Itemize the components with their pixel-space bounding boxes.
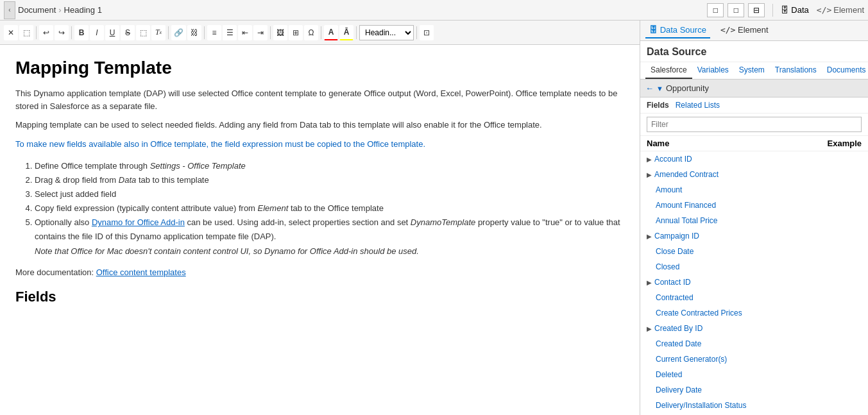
field-item[interactable]: Amount [640, 182, 868, 198]
fields-column-header: Name Example [640, 136, 868, 151]
view-icon-3[interactable]: ⊟ [748, 3, 765, 17]
opp-dropdown-arrow[interactable]: ▼ [656, 85, 663, 92]
step4-italic: Element [258, 203, 289, 213]
field-name-label: Closed [656, 261, 862, 273]
view-icon-2[interactable]: □ [728, 3, 744, 17]
template-icon-button[interactable]: ⊡ [420, 25, 434, 40]
field-name-label: Delivery/Installation Status [656, 400, 862, 411]
sep4 [204, 26, 205, 39]
underline-button[interactable]: U [105, 25, 119, 40]
intro-paragraph: This Dynamo application template (DAP) w… [15, 87, 624, 112]
office-templates-link[interactable]: Office content templates [96, 267, 186, 277]
cut-button[interactable]: ✕ [4, 25, 18, 40]
italic-button[interactable]: I [90, 25, 104, 40]
ds-tab-documents[interactable]: Documents [822, 62, 868, 79]
undo-button[interactable]: ↩ [39, 25, 53, 40]
redo-button[interactable]: ↪ [55, 25, 69, 40]
field-expand-arrow: ▶ [647, 278, 652, 287]
field-item[interactable]: ▶Amended Contract [640, 167, 868, 182]
field-expand-arrow: ▶ [647, 170, 652, 180]
field-item[interactable]: ▶Created By ID [640, 321, 868, 336]
field-name-label: Amended Contract [654, 169, 862, 180]
ds-tab-variables[interactable]: Variables [692, 62, 734, 79]
field-item[interactable]: ▶Account ID [640, 151, 868, 167]
bg-color-button[interactable]: Ā [339, 25, 353, 40]
field-item[interactable]: Contracted [640, 290, 868, 305]
opportunity-bar: ← ▼ Opportunity [640, 80, 868, 97]
clear-format-button[interactable]: Tx [151, 25, 166, 40]
element-panel-tab[interactable]: </> Element [817, 5, 864, 15]
step1-pre: Define Office template through [35, 161, 150, 171]
field-item[interactable]: ▶Contact ID [640, 275, 868, 290]
field-item[interactable]: Annual Total Price [640, 213, 868, 228]
field-item[interactable]: Delivery/Installation Status [640, 398, 868, 413]
tab-element[interactable]: </> Element [717, 22, 772, 38]
breadcrumb-document[interactable]: Document [18, 5, 56, 15]
bold-button[interactable]: B [74, 25, 89, 40]
field-expand-arrow: ▶ [647, 155, 652, 164]
opp-back-arrow[interactable]: ← [645, 83, 654, 93]
data-tab-icon: 🗄 [649, 25, 658, 35]
panel-tabs: 🗄 Data Source </> Element [640, 21, 868, 41]
ul-button[interactable]: ☰ [223, 25, 237, 40]
ds-tab-system[interactable]: System [734, 62, 770, 79]
table-button[interactable]: ⊞ [289, 25, 303, 40]
image-button[interactable]: 🖼 [273, 25, 287, 40]
link-button[interactable]: 🔗 [171, 25, 186, 40]
step-4: Copy field expression (typically content… [35, 201, 624, 216]
fields-tab[interactable]: Fields [647, 101, 669, 110]
divider [772, 4, 773, 17]
nav-back[interactable]: ‹ [4, 1, 15, 19]
top-right-icons: □ □ ⊟ 🗄 Data </> Element [707, 3, 864, 17]
step5-note: Note that Office for Mac doesn't contain… [35, 246, 419, 256]
field-item[interactable]: Amount Financed [640, 198, 868, 213]
sep7 [356, 26, 357, 39]
editor-area: ✕ ⬚ ↩ ↪ B I U S ⬚ Tx 🔗 ⛓ ≡ ☰ ⇤ ⇥ 🖼 ⊞ Ω A [0, 21, 640, 415]
data-panel-tab[interactable]: 🗄 Data [781, 5, 808, 15]
data-panel-label: Data [791, 5, 808, 15]
steps-list: Define Office template through Settings … [35, 159, 624, 258]
fields-list: ▶Account ID▶Amended ContractAmountAmount… [640, 151, 868, 415]
step5-mid: can be used. Using add-in, select proper… [187, 217, 411, 227]
copy-format-button[interactable]: ⬚ [136, 25, 150, 40]
field-name-label: Account ID [654, 153, 862, 165]
data-source-header: Data Source [640, 41, 868, 62]
filter-input[interactable] [647, 117, 862, 132]
field-item[interactable]: Create Contracted Prices [640, 305, 868, 321]
field-item[interactable]: Closed [640, 259, 868, 275]
tab-data[interactable]: 🗄 Data Source [645, 22, 710, 38]
field-item[interactable]: Deleted [640, 367, 868, 382]
unlink-button[interactable]: ⛓ [187, 25, 201, 40]
toolbar: ✕ ⬚ ↩ ↪ B I U S ⬚ Tx 🔗 ⛓ ≡ ☰ ⇤ ⇥ 🖼 ⊞ Ω A [0, 21, 640, 45]
indent-more-button[interactable]: ⇥ [253, 25, 268, 40]
field-name-label: Annual Total Price [656, 215, 862, 226]
step-3: Select just added field [35, 187, 624, 201]
field-item[interactable]: Created Date [640, 336, 868, 351]
field-item[interactable]: Close Date [640, 244, 868, 259]
field-item[interactable]: Current Generator(s) [640, 351, 868, 367]
heading-select[interactable]: Headin... Heading 1 Heading 2 Heading 3 … [359, 25, 414, 40]
field-name-label: Created By ID [654, 323, 862, 334]
doc-link-row: More documentation: Office content templ… [15, 267, 624, 277]
strike-button[interactable]: S [121, 25, 135, 40]
field-item[interactable]: Delivery Date [640, 382, 868, 398]
copy-button[interactable]: ⬚ [19, 25, 33, 40]
ds-tab-translations[interactable]: Translations [770, 62, 822, 79]
main-container: ✕ ⬚ ↩ ↪ B I U S ⬚ Tx 🔗 ⛓ ≡ ☰ ⇤ ⇥ 🖼 ⊞ Ω A [0, 21, 868, 415]
breadcrumb-sep: › [58, 5, 61, 15]
element-code-icon: </> [817, 5, 831, 15]
step5-pre: Optionally also [35, 217, 92, 227]
special-button[interactable]: Ω [304, 25, 318, 40]
ds-tab-salesforce[interactable]: Salesforce [645, 62, 692, 79]
field-item[interactable]: ▶Campaign ID [640, 228, 868, 244]
font-color-button[interactable]: A [324, 25, 338, 40]
ol-button[interactable]: ≡ [207, 25, 221, 40]
right-panel: 🗄 Data Source </> Element Data Source Sa… [640, 21, 868, 415]
indent-less-button[interactable]: ⇤ [238, 25, 252, 40]
view-icon-1[interactable]: □ [707, 3, 724, 17]
field-name-label: Delivery Date [656, 384, 862, 396]
related-lists-tab[interactable]: Related Lists [676, 101, 720, 110]
element-panel-label: Element [833, 5, 864, 15]
dynamo-add-in-link[interactable]: Dynamo for Office Add-in [92, 217, 185, 227]
example-column-header: Example [828, 139, 862, 148]
